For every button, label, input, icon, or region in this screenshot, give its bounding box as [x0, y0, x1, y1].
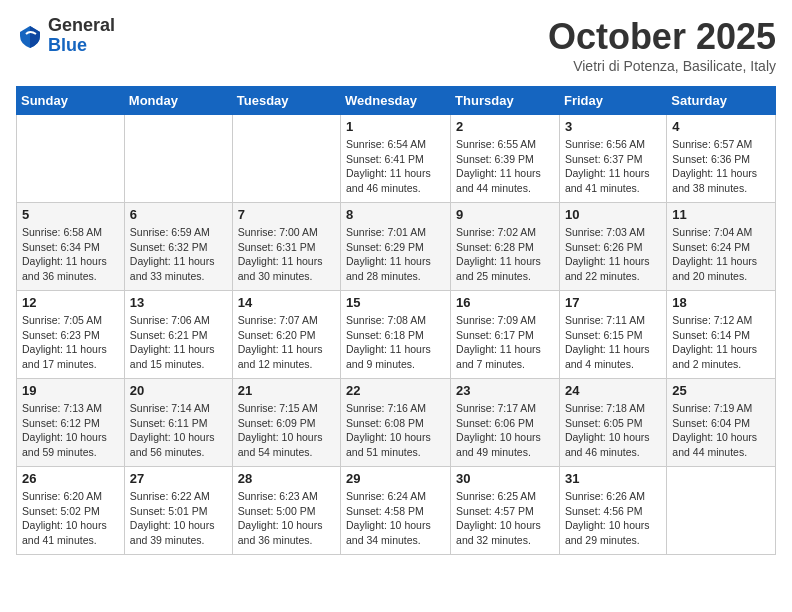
calendar-cell: 9Sunrise: 7:02 AM Sunset: 6:28 PM Daylig…: [451, 203, 560, 291]
day-number: 13: [130, 295, 227, 310]
day-number: 17: [565, 295, 661, 310]
day-info: Sunrise: 7:14 AM Sunset: 6:11 PM Dayligh…: [130, 401, 227, 460]
day-number: 28: [238, 471, 335, 486]
calendar-cell: 14Sunrise: 7:07 AM Sunset: 6:20 PM Dayli…: [232, 291, 340, 379]
day-number: 9: [456, 207, 554, 222]
calendar-cell: 21Sunrise: 7:15 AM Sunset: 6:09 PM Dayli…: [232, 379, 340, 467]
day-number: 23: [456, 383, 554, 398]
day-info: Sunrise: 7:07 AM Sunset: 6:20 PM Dayligh…: [238, 313, 335, 372]
calendar-cell: 11Sunrise: 7:04 AM Sunset: 6:24 PM Dayli…: [667, 203, 776, 291]
weekday-header-monday: Monday: [124, 87, 232, 115]
day-number: 10: [565, 207, 661, 222]
logo-general-text: General: [48, 16, 115, 36]
day-number: 11: [672, 207, 770, 222]
calendar-cell: 17Sunrise: 7:11 AM Sunset: 6:15 PM Dayli…: [559, 291, 666, 379]
day-number: 19: [22, 383, 119, 398]
location-subtitle: Vietri di Potenza, Basilicate, Italy: [548, 58, 776, 74]
calendar-cell: 27Sunrise: 6:22 AM Sunset: 5:01 PM Dayli…: [124, 467, 232, 555]
calendar-cell: [232, 115, 340, 203]
day-info: Sunrise: 7:06 AM Sunset: 6:21 PM Dayligh…: [130, 313, 227, 372]
calendar-cell: 1Sunrise: 6:54 AM Sunset: 6:41 PM Daylig…: [341, 115, 451, 203]
day-info: Sunrise: 7:19 AM Sunset: 6:04 PM Dayligh…: [672, 401, 770, 460]
day-info: Sunrise: 7:01 AM Sunset: 6:29 PM Dayligh…: [346, 225, 445, 284]
calendar-cell: [667, 467, 776, 555]
calendar-week-3: 12Sunrise: 7:05 AM Sunset: 6:23 PM Dayli…: [17, 291, 776, 379]
day-info: Sunrise: 7:03 AM Sunset: 6:26 PM Dayligh…: [565, 225, 661, 284]
calendar-week-5: 26Sunrise: 6:20 AM Sunset: 5:02 PM Dayli…: [17, 467, 776, 555]
day-info: Sunrise: 7:11 AM Sunset: 6:15 PM Dayligh…: [565, 313, 661, 372]
calendar-cell: 25Sunrise: 7:19 AM Sunset: 6:04 PM Dayli…: [667, 379, 776, 467]
calendar-header: SundayMondayTuesdayWednesdayThursdayFrid…: [17, 87, 776, 115]
calendar-cell: 31Sunrise: 6:26 AM Sunset: 4:56 PM Dayli…: [559, 467, 666, 555]
weekday-header-sunday: Sunday: [17, 87, 125, 115]
calendar-cell: 30Sunrise: 6:25 AM Sunset: 4:57 PM Dayli…: [451, 467, 560, 555]
day-number: 16: [456, 295, 554, 310]
day-info: Sunrise: 7:00 AM Sunset: 6:31 PM Dayligh…: [238, 225, 335, 284]
calendar-cell: 24Sunrise: 7:18 AM Sunset: 6:05 PM Dayli…: [559, 379, 666, 467]
day-number: 20: [130, 383, 227, 398]
weekday-header-wednesday: Wednesday: [341, 87, 451, 115]
day-number: 1: [346, 119, 445, 134]
calendar-cell: 3Sunrise: 6:56 AM Sunset: 6:37 PM Daylig…: [559, 115, 666, 203]
day-number: 18: [672, 295, 770, 310]
title-block: October 2025 Vietri di Potenza, Basilica…: [548, 16, 776, 74]
calendar-cell: 20Sunrise: 7:14 AM Sunset: 6:11 PM Dayli…: [124, 379, 232, 467]
calendar-cell: 23Sunrise: 7:17 AM Sunset: 6:06 PM Dayli…: [451, 379, 560, 467]
calendar-cell: 16Sunrise: 7:09 AM Sunset: 6:17 PM Dayli…: [451, 291, 560, 379]
calendar-cell: 5Sunrise: 6:58 AM Sunset: 6:34 PM Daylig…: [17, 203, 125, 291]
weekday-header-thursday: Thursday: [451, 87, 560, 115]
calendar-cell: 15Sunrise: 7:08 AM Sunset: 6:18 PM Dayli…: [341, 291, 451, 379]
day-number: 30: [456, 471, 554, 486]
month-title: October 2025: [548, 16, 776, 58]
weekday-header-tuesday: Tuesday: [232, 87, 340, 115]
calendar-week-1: 1Sunrise: 6:54 AM Sunset: 6:41 PM Daylig…: [17, 115, 776, 203]
calendar-cell: 19Sunrise: 7:13 AM Sunset: 6:12 PM Dayli…: [17, 379, 125, 467]
weekday-header-friday: Friday: [559, 87, 666, 115]
day-number: 21: [238, 383, 335, 398]
day-info: Sunrise: 7:17 AM Sunset: 6:06 PM Dayligh…: [456, 401, 554, 460]
day-info: Sunrise: 6:55 AM Sunset: 6:39 PM Dayligh…: [456, 137, 554, 196]
day-info: Sunrise: 6:59 AM Sunset: 6:32 PM Dayligh…: [130, 225, 227, 284]
calendar-cell: 26Sunrise: 6:20 AM Sunset: 5:02 PM Dayli…: [17, 467, 125, 555]
calendar-cell: 29Sunrise: 6:24 AM Sunset: 4:58 PM Dayli…: [341, 467, 451, 555]
calendar-week-4: 19Sunrise: 7:13 AM Sunset: 6:12 PM Dayli…: [17, 379, 776, 467]
calendar-cell: 12Sunrise: 7:05 AM Sunset: 6:23 PM Dayli…: [17, 291, 125, 379]
calendar-cell: 18Sunrise: 7:12 AM Sunset: 6:14 PM Dayli…: [667, 291, 776, 379]
day-info: Sunrise: 6:20 AM Sunset: 5:02 PM Dayligh…: [22, 489, 119, 548]
day-info: Sunrise: 6:23 AM Sunset: 5:00 PM Dayligh…: [238, 489, 335, 548]
calendar-table: SundayMondayTuesdayWednesdayThursdayFrid…: [16, 86, 776, 555]
logo: General Blue: [16, 16, 115, 56]
day-number: 27: [130, 471, 227, 486]
day-number: 5: [22, 207, 119, 222]
calendar-cell: 2Sunrise: 6:55 AM Sunset: 6:39 PM Daylig…: [451, 115, 560, 203]
calendar-week-2: 5Sunrise: 6:58 AM Sunset: 6:34 PM Daylig…: [17, 203, 776, 291]
day-info: Sunrise: 6:24 AM Sunset: 4:58 PM Dayligh…: [346, 489, 445, 548]
day-info: Sunrise: 7:13 AM Sunset: 6:12 PM Dayligh…: [22, 401, 119, 460]
calendar-cell: 8Sunrise: 7:01 AM Sunset: 6:29 PM Daylig…: [341, 203, 451, 291]
page-header: General Blue October 2025 Vietri di Pote…: [16, 16, 776, 74]
day-info: Sunrise: 6:56 AM Sunset: 6:37 PM Dayligh…: [565, 137, 661, 196]
logo-text: General Blue: [48, 16, 115, 56]
day-info: Sunrise: 6:57 AM Sunset: 6:36 PM Dayligh…: [672, 137, 770, 196]
day-number: 29: [346, 471, 445, 486]
day-info: Sunrise: 7:15 AM Sunset: 6:09 PM Dayligh…: [238, 401, 335, 460]
day-number: 14: [238, 295, 335, 310]
calendar-cell: [124, 115, 232, 203]
day-number: 4: [672, 119, 770, 134]
weekday-header-row: SundayMondayTuesdayWednesdayThursdayFrid…: [17, 87, 776, 115]
day-number: 26: [22, 471, 119, 486]
day-number: 25: [672, 383, 770, 398]
logo-icon: [16, 22, 44, 50]
day-number: 15: [346, 295, 445, 310]
calendar-cell: [17, 115, 125, 203]
day-number: 22: [346, 383, 445, 398]
day-number: 6: [130, 207, 227, 222]
day-info: Sunrise: 7:16 AM Sunset: 6:08 PM Dayligh…: [346, 401, 445, 460]
day-info: Sunrise: 7:02 AM Sunset: 6:28 PM Dayligh…: [456, 225, 554, 284]
day-number: 3: [565, 119, 661, 134]
calendar-cell: 4Sunrise: 6:57 AM Sunset: 6:36 PM Daylig…: [667, 115, 776, 203]
calendar-cell: 10Sunrise: 7:03 AM Sunset: 6:26 PM Dayli…: [559, 203, 666, 291]
day-number: 24: [565, 383, 661, 398]
day-number: 31: [565, 471, 661, 486]
logo-blue-text: Blue: [48, 36, 115, 56]
